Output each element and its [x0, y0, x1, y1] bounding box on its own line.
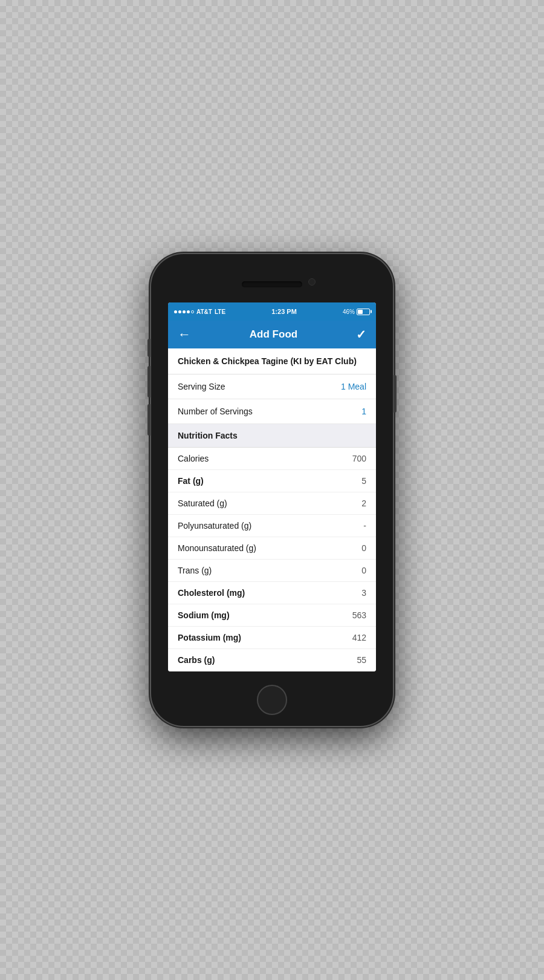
signal-dot-1 [174, 310, 177, 313]
nutrition-row: Fat (g)5 [168, 470, 376, 492]
battery-fill [358, 310, 363, 314]
nutrition-section-label: Nutrition Facts [178, 431, 238, 440]
signal-dot-2 [178, 310, 181, 313]
nutrition-row: Monounsaturated (g)0 [168, 537, 376, 560]
food-header: Chicken & Chickpea Tagine (KI by EAT Clu… [168, 348, 376, 374]
nutrition-rows: Calories700Fat (g)5Saturated (g)2Polyuns… [168, 448, 376, 671]
nutrient-label: Potassium (mg) [178, 633, 241, 642]
servings-label: Number of Servings [178, 407, 253, 416]
nutrient-value: 563 [352, 610, 366, 620]
signal-dot-5 [191, 310, 194, 313]
phone-frame: AT&T LTE 1:23 PM 46% ← Add Food ✓ Chicke… [151, 254, 393, 726]
nutrition-row: Cholesterol (mg)3 [168, 582, 376, 604]
network-label: LTE [215, 309, 225, 315]
phone-screen: AT&T LTE 1:23 PM 46% ← Add Food ✓ Chicke… [168, 302, 376, 671]
signal-dots [174, 310, 194, 313]
nutrient-value: 5 [361, 476, 366, 486]
nutrition-row: Polyunsaturated (g)- [168, 515, 376, 537]
nutrient-label: Cholesterol (mg) [178, 588, 245, 598]
speaker [242, 281, 302, 287]
nutrient-value: 0 [361, 566, 366, 575]
status-right: 46% [343, 309, 370, 315]
carrier-label: AT&T [196, 309, 212, 315]
status-left: AT&T LTE [174, 309, 225, 315]
serving-size-value: 1 Meal [341, 382, 366, 391]
nutrition-row: Potassium (mg)412 [168, 627, 376, 649]
signal-dot-4 [187, 310, 190, 313]
servings-value: 1 [361, 407, 366, 416]
power-button[interactable] [393, 375, 397, 413]
home-button[interactable] [257, 685, 287, 715]
nutrient-label: Calories [178, 454, 209, 463]
serving-size-label: Serving Size [178, 382, 225, 391]
nutrient-value: 55 [357, 655, 366, 665]
nutrition-row: Carbs (g)55 [168, 649, 376, 671]
front-camera [308, 278, 316, 286]
signal-dot-3 [183, 310, 186, 313]
nutrient-label: Saturated (g) [178, 498, 227, 508]
battery-icon [357, 309, 370, 315]
nutrition-row: Calories700 [168, 448, 376, 470]
nutrient-value: 412 [352, 633, 366, 642]
content-area: Chicken & Chickpea Tagine (KI by EAT Clu… [168, 348, 376, 671]
nutrient-value: 0 [361, 543, 366, 553]
back-button[interactable]: ← [178, 327, 191, 342]
confirm-button[interactable]: ✓ [356, 327, 366, 342]
navigation-bar: ← Add Food ✓ [168, 321, 376, 348]
nutrition-section-header: Nutrition Facts [168, 424, 376, 448]
volume-up-button[interactable] [147, 366, 151, 397]
nutrient-label: Polyunsaturated (g) [178, 521, 251, 531]
nutrient-value: 2 [361, 498, 366, 508]
nutrient-label: Carbs (g) [178, 655, 215, 665]
nutrition-row: Sodium (mg)563 [168, 604, 376, 627]
nutrient-label: Sodium (mg) [178, 610, 230, 620]
servings-row[interactable]: Number of Servings 1 [168, 399, 376, 424]
serving-size-row[interactable]: Serving Size 1 Meal [168, 374, 376, 399]
nutrient-label: Monounsaturated (g) [178, 543, 256, 553]
battery-percent: 46% [343, 309, 355, 315]
nutrient-value: - [363, 521, 366, 531]
nutrition-row: Trans (g)0 [168, 560, 376, 582]
nav-title: Add Food [250, 328, 297, 341]
nutrient-value: 3 [361, 588, 366, 598]
nutrition-row: Saturated (g)2 [168, 492, 376, 515]
nutrient-value: 700 [352, 454, 366, 463]
nutrient-label: Trans (g) [178, 566, 212, 575]
status-time: 1:23 PM [271, 308, 297, 315]
food-name: Chicken & Chickpea Tagine (KI by EAT Clu… [178, 356, 357, 366]
nutrient-label: Fat (g) [178, 476, 204, 486]
volume-down-button[interactable] [147, 404, 151, 436]
status-bar: AT&T LTE 1:23 PM 46% [168, 302, 376, 321]
